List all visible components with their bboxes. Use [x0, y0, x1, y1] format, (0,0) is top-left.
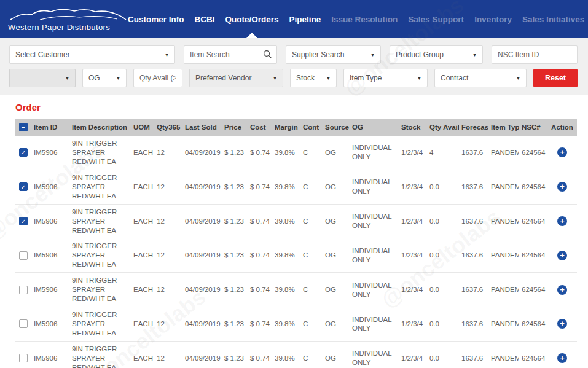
row-checkbox[interactable]: ✓ — [19, 148, 28, 157]
nsc-item-id-input[interactable] — [492, 45, 578, 64]
nav-issue-resolution[interactable]: Issue Resolution — [331, 0, 398, 38]
add-to-cart-button[interactable]: + — [557, 319, 567, 329]
cell-qty365: 12 — [154, 170, 182, 204]
nav-inventory[interactable]: Inventory — [474, 0, 512, 38]
cell-qty365: 12 — [154, 136, 182, 170]
cell-last-sold: 04/09/2019 — [182, 341, 222, 368]
nav-customer-info[interactable]: Customer Info — [128, 0, 184, 38]
row-checkbox[interactable]: ✓ — [19, 217, 28, 225]
chevron-down-icon: ▼ — [116, 76, 120, 80]
cell-price: $ 1.23 — [222, 136, 248, 170]
select-all-checkbox[interactable]: − — [19, 123, 28, 131]
chevron-down-icon: ▼ — [65, 76, 69, 80]
cell-margin: 39.8% — [272, 170, 300, 204]
supplier-search-dropdown[interactable]: Supplier Search ▼ — [286, 45, 381, 64]
cell-qty-avail: 0.0 — [427, 204, 459, 238]
cell-item-type: PANDEM — [488, 238, 519, 273]
stock-dropdown[interactable]: Stock ▼ — [290, 69, 337, 87]
add-to-cart-button[interactable]: + — [557, 353, 567, 363]
table-row: ✓IM59069IN TRIGGER SPRAYER RED/WHT EAEAC… — [15, 170, 577, 204]
cell-last-sold: 04/09/2019 — [182, 204, 222, 238]
cell-qty365: 12 — [154, 341, 182, 368]
item-type-dropdown[interactable]: Item Type ▼ — [343, 69, 428, 87]
cell-og: INDIVIDUAL ONLY — [350, 238, 399, 273]
select-customer-dropdown[interactable]: Select Customer ▼ — [9, 45, 175, 64]
add-to-cart-button[interactable]: + — [557, 285, 567, 295]
cell-item-id: IM5906 — [31, 273, 69, 307]
nav-sales-initiatives[interactable]: Sales Initiatives — [522, 0, 584, 38]
row-checkbox[interactable] — [19, 286, 28, 294]
table-row: IM59069IN TRIGGER SPRAYER RED/WHT EAEACH… — [15, 341, 577, 368]
brand-name: Western Paper Distributors — [8, 23, 128, 32]
cell-stock: 1/2/3/4 — [399, 238, 427, 273]
contract-dropdown[interactable]: Contract ▼ — [434, 69, 527, 87]
cell-item-id: IM5906 — [31, 341, 69, 368]
cell-qty365: 12 — [154, 204, 182, 238]
add-to-cart-button[interactable]: + — [557, 251, 567, 260]
cell-nsc: 624564 — [519, 341, 547, 368]
cell-margin: 39.8% — [272, 136, 300, 170]
cell-cost: $ 0.74 — [248, 341, 272, 368]
og-dropdown[interactable]: OG ▼ — [82, 69, 127, 87]
cell-qty365: 12 — [154, 238, 182, 273]
column-header-nsc-: NSC# — [519, 119, 547, 136]
nav-bcbi[interactable]: BCBI — [195, 0, 215, 38]
cell-forecast: 1637.6 — [459, 136, 488, 170]
column-header-cost: Cost — [248, 119, 272, 136]
cell-margin: 39.8% — [272, 273, 300, 307]
column-header-item-type: Item Type — [488, 119, 519, 136]
nav-quote-orders[interactable]: Quote/Orders — [225, 0, 279, 38]
cell-og: INDIVIDUAL ONLY — [350, 341, 399, 368]
cell-cont: C — [300, 170, 323, 204]
cell-source: OG — [323, 341, 350, 368]
row-checkbox[interactable]: ✓ — [19, 182, 28, 191]
cell-uom: EACH — [131, 170, 154, 204]
nav-sales-support[interactable]: Sales Support — [408, 0, 464, 38]
cell-uom: EACH — [131, 136, 154, 170]
cell-item-id: IM5906 — [31, 170, 69, 204]
cell-qty-avail: 0.0 — [427, 238, 459, 273]
add-to-cart-button[interactable]: + — [557, 216, 567, 226]
reset-button[interactable]: Reset — [533, 69, 578, 87]
chevron-down-icon: ▼ — [472, 53, 477, 57]
cell-uom: EACH — [131, 273, 154, 307]
cell-margin: 39.8% — [272, 341, 300, 368]
cell-item-id: IM5906 — [31, 204, 69, 238]
cell-uom: EACH — [131, 238, 154, 273]
cell-description: 9IN TRIGGER SPRAYER RED/WHT EA — [69, 204, 131, 238]
cell-last-sold: 04/09/2019 — [182, 307, 222, 342]
cell-margin: 39.8% — [272, 307, 300, 342]
blank-dropdown[interactable]: ▼ — [9, 69, 76, 87]
column-header-qty365: Qty365 — [154, 119, 182, 136]
preferred-vendor-dropdown[interactable]: Preferred Vendor ▼ — [189, 69, 283, 87]
row-checkbox[interactable] — [19, 354, 28, 362]
cell-cost: $ 0.74 — [248, 307, 272, 342]
cell-item-type: PANDEM — [488, 273, 519, 307]
column-header-source: Source — [323, 119, 350, 136]
cell-source: OG — [323, 170, 350, 204]
cell-item-type: PANDEM — [488, 136, 519, 170]
chevron-down-icon: ▼ — [370, 53, 375, 57]
add-to-cart-button[interactable]: + — [557, 147, 567, 157]
table-header-row: − Item IDItem DescriptionUOMQty365Last S… — [15, 119, 577, 136]
cell-stock: 1/2/3/4 — [399, 170, 427, 204]
row-checkbox[interactable] — [19, 251, 28, 260]
chevron-down-icon: ▼ — [516, 76, 520, 80]
top-navigation-bar: Western Paper Distributors Customer Info… — [0, 0, 588, 38]
add-to-cart-button[interactable]: + — [557, 182, 567, 192]
cell-uom: EACH — [131, 204, 154, 238]
row-checkbox[interactable] — [19, 319, 28, 328]
product-group-dropdown[interactable]: Product Group ▼ — [390, 45, 483, 64]
qty-avail-input[interactable] — [133, 69, 182, 87]
cell-qty-avail: 4 — [427, 136, 459, 170]
cell-price: $ 1.23 — [222, 273, 248, 307]
cell-item-id: IM5906 — [31, 238, 69, 273]
cell-og: INDIVIDUAL ONLY — [350, 307, 399, 342]
filter-panel: Select Customer ▼ Supplier Search ▼ Prod… — [0, 38, 588, 95]
cell-og: INDIVIDUAL ONLY — [350, 273, 399, 307]
cell-stock: 1/2/3/4 — [399, 341, 427, 368]
order-section: Order − Item IDItem DescriptionUOMQty365… — [0, 95, 588, 368]
nav-pipeline[interactable]: Pipeline — [289, 0, 321, 38]
cell-price: $ 1.23 — [222, 238, 248, 273]
cell-source: OG — [323, 204, 350, 238]
